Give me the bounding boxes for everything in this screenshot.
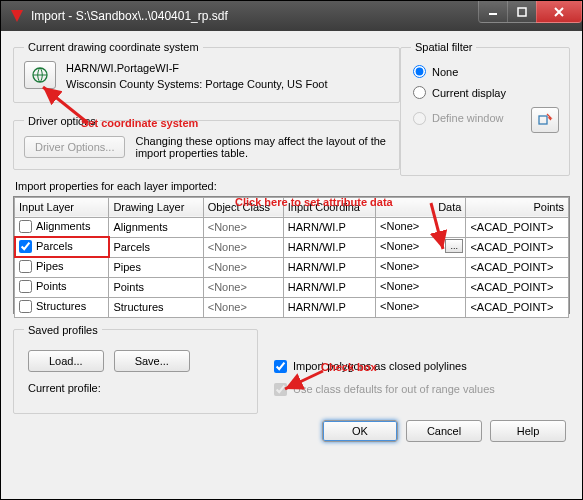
- layer-checkbox[interactable]: [19, 300, 32, 313]
- data-ellipsis-button[interactable]: ...: [445, 239, 463, 253]
- object-class-cell[interactable]: <None>: [203, 237, 283, 257]
- drawing-layer-cell[interactable]: Points: [109, 277, 203, 297]
- minimize-button[interactable]: [478, 1, 508, 23]
- saved-profiles-group: Saved profiles Load... Save... Current p…: [13, 324, 258, 414]
- data-cell[interactable]: <None>...: [376, 237, 466, 257]
- layer-checkbox[interactable]: [19, 280, 32, 293]
- points-cell[interactable]: <ACAD_POINT>: [466, 257, 569, 277]
- svg-rect-1: [518, 8, 526, 16]
- table-row[interactable]: PipesPipes<None>HARN/WI.P<None><ACAD_POI…: [15, 257, 569, 277]
- import-table-caption: Import properties for each layer importe…: [15, 180, 217, 192]
- points-cell[interactable]: <ACAD_POINT>: [466, 277, 569, 297]
- table-row[interactable]: ParcelsParcels<None>HARN/WI.P<None>...<A…: [15, 237, 569, 257]
- input-layer-name: Parcels: [36, 240, 73, 252]
- spatial-none-radio[interactable]: None: [413, 65, 559, 78]
- layer-checkbox[interactable]: [19, 220, 32, 233]
- driver-options-group: Driver options Driver Options... Changin…: [13, 115, 400, 170]
- layer-checkbox[interactable]: [19, 260, 32, 273]
- driver-options-legend: Driver options: [24, 115, 100, 127]
- layers-table: Input Layer Drawing Layer Object Class I…: [13, 196, 570, 314]
- globe-icon: [31, 66, 49, 84]
- col-points[interactable]: Points: [466, 197, 569, 217]
- table-header-row: Input Layer Drawing Layer Object Class I…: [15, 197, 569, 217]
- col-input-layer[interactable]: Input Layer: [15, 197, 109, 217]
- saved-profiles-legend: Saved profiles: [24, 324, 102, 336]
- spatial-current-radio[interactable]: Current display: [413, 86, 559, 99]
- help-button[interactable]: Help: [490, 420, 566, 442]
- input-layer-name: Pipes: [36, 260, 64, 272]
- driver-options-button[interactable]: Driver Options...: [24, 136, 125, 158]
- svg-rect-3: [539, 116, 547, 124]
- input-coord-cell[interactable]: HARN/WI.P: [283, 237, 375, 257]
- current-profile-label: Current profile:: [28, 382, 247, 394]
- load-profile-button[interactable]: Load...: [28, 350, 104, 372]
- object-class-cell[interactable]: <None>: [203, 277, 283, 297]
- object-class-cell[interactable]: <None>: [203, 257, 283, 277]
- data-cell[interactable]: <None>: [376, 257, 466, 277]
- object-class-cell[interactable]: <None>: [203, 297, 283, 317]
- data-cell[interactable]: <None>: [376, 217, 466, 237]
- col-input-coord[interactable]: Input Coordina: [283, 197, 375, 217]
- drawing-layer-cell[interactable]: Parcels: [109, 237, 203, 257]
- ok-button[interactable]: OK: [322, 420, 398, 442]
- table-row[interactable]: StructuresStructures<None>HARN/WI.P<None…: [15, 297, 569, 317]
- save-profile-button[interactable]: Save...: [114, 350, 190, 372]
- input-layer-name: Structures: [36, 300, 86, 312]
- cancel-button[interactable]: Cancel: [406, 420, 482, 442]
- titlebar[interactable]: Import - S:\Sandbox\..\040401_rp.sdf: [1, 1, 582, 31]
- input-coord-cell[interactable]: HARN/WI.P: [283, 257, 375, 277]
- col-object-class[interactable]: Object Class: [203, 197, 283, 217]
- input-coord-cell[interactable]: HARN/WI.P: [283, 277, 375, 297]
- spatial-filter-group: Spatial filter None Current display Defi…: [400, 41, 570, 176]
- object-class-cell[interactable]: <None>: [203, 217, 283, 237]
- coord-code: HARN/WI.PortageWI-F: [66, 61, 389, 75]
- drawing-layer-cell[interactable]: Alignments: [109, 217, 203, 237]
- points-cell[interactable]: <ACAD_POINT>: [466, 237, 569, 257]
- maximize-button[interactable]: [507, 1, 537, 23]
- input-coord-cell[interactable]: HARN/WI.P: [283, 217, 375, 237]
- define-window-button[interactable]: [531, 107, 559, 133]
- drawing-layer-cell[interactable]: Pipes: [109, 257, 203, 277]
- class-defaults-checkbox[interactable]: Use class defaults for out of range valu…: [274, 383, 570, 396]
- window-title: Import - S:\Sandbox\..\040401_rp.sdf: [31, 9, 479, 23]
- drawing-layer-cell[interactable]: Structures: [109, 297, 203, 317]
- coordinate-system-group: Current drawing coordinate system HARN/W…: [13, 41, 400, 103]
- points-cell[interactable]: <ACAD_POINT>: [466, 217, 569, 237]
- col-drawing-layer[interactable]: Drawing Layer: [109, 197, 203, 217]
- import-closed-polylines-checkbox[interactable]: Import polygons as closed polylines: [274, 360, 570, 373]
- table-row[interactable]: AlignmentsAlignments<None>HARN/WI.P<None…: [15, 217, 569, 237]
- layer-checkbox[interactable]: [19, 240, 32, 253]
- spatial-define-radio[interactable]: Define window: [413, 112, 504, 125]
- data-cell[interactable]: <None>: [376, 297, 466, 317]
- input-layer-name: Points: [36, 280, 67, 292]
- import-dialog: Import - S:\Sandbox\..\040401_rp.sdf Cur…: [0, 0, 583, 500]
- spatial-filter-legend: Spatial filter: [411, 41, 476, 53]
- app-icon: [9, 8, 25, 24]
- pick-window-icon: [537, 112, 553, 128]
- input-coord-cell[interactable]: HARN/WI.P: [283, 297, 375, 317]
- coordinate-system-legend: Current drawing coordinate system: [24, 41, 203, 53]
- table-row[interactable]: PointsPoints<None>HARN/WI.P<None><ACAD_P…: [15, 277, 569, 297]
- driver-note: Changing these options may affect the la…: [135, 135, 389, 159]
- input-layer-name: Alignments: [36, 220, 90, 232]
- pick-coordinate-button[interactable]: [24, 61, 56, 89]
- col-data[interactable]: Data: [376, 197, 466, 217]
- close-button[interactable]: [536, 1, 582, 23]
- coord-description: Wisconsin County Systems: Portage County…: [66, 77, 389, 91]
- points-cell[interactable]: <ACAD_POINT>: [466, 297, 569, 317]
- data-cell[interactable]: <None>: [376, 277, 466, 297]
